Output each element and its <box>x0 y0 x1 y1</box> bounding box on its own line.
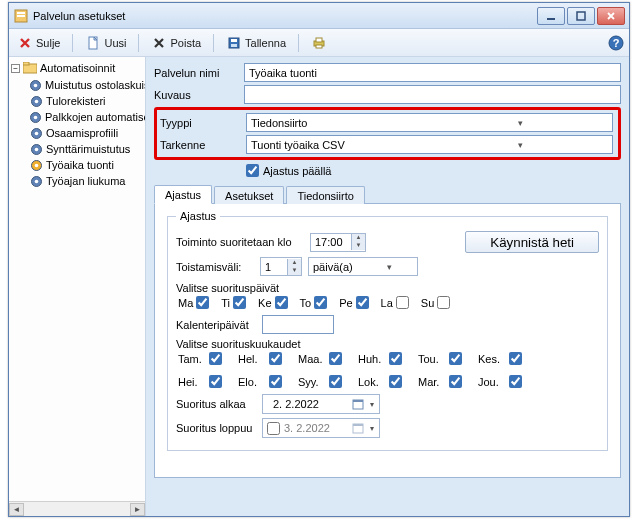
label-schedule-on: Ajastus päällä <box>263 165 332 177</box>
maximize-button[interactable] <box>567 7 595 25</box>
label-start: Suoritus alkaa <box>176 398 256 410</box>
svg-point-27 <box>34 163 38 167</box>
day-item: La <box>381 296 409 309</box>
input-description[interactable] <box>244 85 621 104</box>
month-checkbox[interactable] <box>509 352 522 365</box>
svg-rect-3 <box>547 18 555 20</box>
new-button[interactable]: Uusi <box>81 33 130 53</box>
input-caldays[interactable] <box>262 315 334 334</box>
tree-item[interactable]: Palkkojen automatisointi <box>29 109 143 125</box>
tree-item[interactable]: Muistutus ostolaskuista <box>29 77 143 93</box>
tab-schedule[interactable]: Ajastus <box>154 185 212 204</box>
month-checkbox[interactable] <box>269 352 282 365</box>
tree-item-label: Työajan liukuma <box>46 175 126 187</box>
calendar-icon <box>351 397 365 411</box>
input-run-at[interactable]: 17:00 ▲▼ <box>310 233 366 252</box>
label-spec: Tarkenne <box>160 139 246 151</box>
month-item: Maa. <box>298 352 350 365</box>
gear-icon <box>29 78 42 92</box>
tree-item-label: Työaika tuonti <box>46 159 114 171</box>
row-start: Suoritus alkaa 2. 2.2022 ▾ <box>176 394 599 414</box>
input-end-date[interactable]: 3. 2.2022 ▾ <box>262 418 380 438</box>
day-label: Su <box>421 297 434 309</box>
tree-item[interactable]: Työaika tuonti <box>29 157 143 173</box>
collapse-icon[interactable]: − <box>11 64 20 73</box>
day-checkbox[interactable] <box>275 296 288 309</box>
separator <box>138 34 139 52</box>
month-checkbox[interactable] <box>449 375 462 388</box>
day-checkbox[interactable] <box>233 296 246 309</box>
close-button[interactable]: Sulje <box>13 33 64 53</box>
value-interval-unit: päivä(a) <box>313 261 364 273</box>
combo-interval-unit[interactable]: päivä(a) ▾ <box>308 257 418 276</box>
tree-item[interactable]: Osaamisprofiili <box>29 125 143 141</box>
month-checkbox[interactable] <box>509 375 522 388</box>
day-grid: MaTiKeToPeLaSu <box>178 296 599 309</box>
tree-item-label: Muistutus ostolaskuista <box>45 79 146 91</box>
tree-root[interactable]: − Automatisoinnit <box>11 61 143 75</box>
month-checkbox[interactable] <box>269 375 282 388</box>
scroll-right-icon[interactable]: ► <box>130 503 145 516</box>
month-checkbox[interactable] <box>209 352 222 365</box>
day-label: To <box>300 297 312 309</box>
svg-rect-15 <box>23 62 29 65</box>
tab-settings[interactable]: Asetukset <box>214 186 284 204</box>
month-label: Jou. <box>478 376 506 388</box>
row-type: Tyyppi Tiedonsiirto ▾ <box>160 113 613 132</box>
spinner-icon[interactable]: ▲▼ <box>287 259 301 275</box>
month-label: Syy. <box>298 376 326 388</box>
month-checkbox[interactable] <box>329 352 342 365</box>
scroll-track[interactable] <box>24 503 130 516</box>
svg-point-23 <box>34 131 38 135</box>
sidebar-scrollbar[interactable]: ◄ ► <box>9 501 145 516</box>
delete-button[interactable]: Poista <box>147 33 205 53</box>
day-checkbox[interactable] <box>356 296 369 309</box>
month-label: Kes. <box>478 353 506 365</box>
month-checkbox[interactable] <box>449 352 462 365</box>
fieldset-schedule: Ajastus Toiminto suoritetaan klo 17:00 ▲… <box>167 210 608 451</box>
svg-text:?: ? <box>613 37 620 49</box>
checkbox-schedule-on[interactable] <box>246 164 259 177</box>
day-checkbox[interactable] <box>396 296 409 309</box>
body: − Automatisoinnit Muistutus ostolaskuist… <box>9 57 629 516</box>
month-label: Huh. <box>358 353 386 365</box>
day-checkbox[interactable] <box>196 296 209 309</box>
minimize-button[interactable] <box>537 7 565 25</box>
input-start-date[interactable]: 2. 2.2022 ▾ <box>262 394 380 414</box>
combo-type[interactable]: Tiedonsiirto ▾ <box>246 113 613 132</box>
print-button[interactable] <box>307 33 331 53</box>
gear-active-icon <box>29 158 43 172</box>
app-icon <box>13 8 29 24</box>
save-button[interactable]: Tallenna <box>222 33 290 53</box>
chevron-down-icon: ▾ <box>431 118 611 128</box>
day-checkbox[interactable] <box>314 296 327 309</box>
month-checkbox[interactable] <box>209 375 222 388</box>
tree-item[interactable]: Synttärimuistutus <box>29 141 143 157</box>
month-checkbox[interactable] <box>389 375 402 388</box>
close-window-button[interactable] <box>597 7 625 25</box>
month-checkbox[interactable] <box>389 352 402 365</box>
close-icon <box>17 35 33 51</box>
chevron-down-icon: ▾ <box>431 140 611 150</box>
month-label: Maa. <box>298 353 326 365</box>
tree-item[interactable]: Tulorekisteri <box>29 93 143 109</box>
day-checkbox[interactable] <box>437 296 450 309</box>
month-label: Lok. <box>358 376 386 388</box>
help-button[interactable]: ? <box>607 34 625 52</box>
day-label: Ma <box>178 297 193 309</box>
tab-panel-schedule: Ajastus Toiminto suoritetaan klo 17:00 ▲… <box>154 203 621 478</box>
tree-item[interactable]: Työajan liukuma <box>29 173 143 189</box>
tabstrip: Ajastus Asetukset Tiedonsiirto <box>154 183 621 204</box>
spinner-icon[interactable]: ▲▼ <box>351 234 365 250</box>
checkbox-end-enabled[interactable] <box>267 422 280 435</box>
button-run-now[interactable]: Käynnistä heti <box>465 231 599 253</box>
svg-point-25 <box>34 147 38 151</box>
scroll-left-icon[interactable]: ◄ <box>9 503 24 516</box>
day-label: Ti <box>221 297 230 309</box>
input-interval[interactable]: 1 ▲▼ <box>260 257 302 276</box>
tab-transfer[interactable]: Tiedonsiirto <box>286 186 364 204</box>
delete-icon <box>151 35 167 51</box>
month-checkbox[interactable] <box>329 375 342 388</box>
combo-spec[interactable]: Tuonti työaika CSV ▾ <box>246 135 613 154</box>
input-service-name[interactable] <box>244 63 621 82</box>
